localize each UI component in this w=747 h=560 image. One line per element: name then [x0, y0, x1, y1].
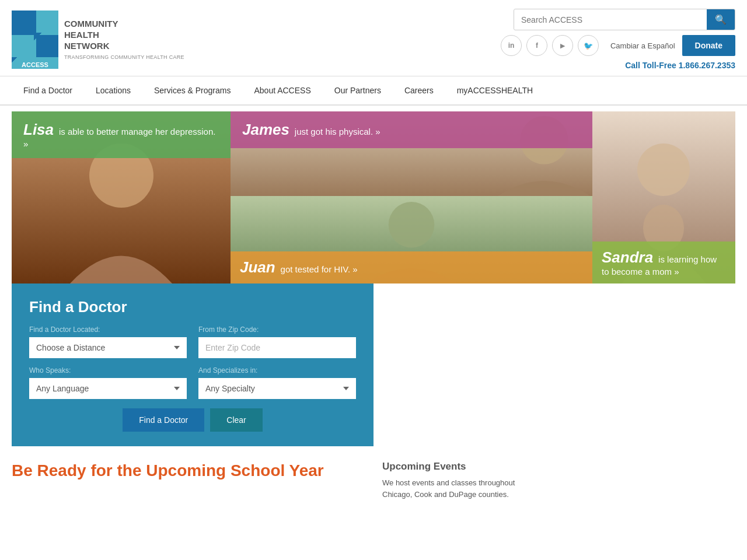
- navigation: Find a Doctor Locations Services & Progr…: [0, 76, 747, 106]
- svg-text:ACCESS: ACCESS: [22, 61, 48, 68]
- nav-myaccess[interactable]: myACCESSHEALTH: [445, 76, 544, 104]
- sandra-story: Sandra is learning how to become a mom »: [592, 111, 735, 284]
- zip-label: From the Zip Code:: [198, 326, 356, 334]
- specialty-select[interactable]: Any Specialty Family Medicine Internal M…: [198, 378, 356, 399]
- sandra-name: Sandra: [602, 249, 653, 266]
- logo-tagline: TRANSFORMING COMMUNITY HEALTH CARE: [64, 54, 184, 60]
- upcoming-title: Upcoming Events: [382, 461, 516, 473]
- hero-row: Lisa is able to better manage her depres…: [12, 111, 735, 284]
- bottom-row: Be Ready for the Upcoming School Year Up…: [12, 452, 735, 500]
- upcoming-text: We host events and classes throughout Ch…: [382, 477, 516, 500]
- nav-careers[interactable]: Careers: [393, 76, 445, 104]
- promo-section: Be Ready for the Upcoming School Year: [12, 452, 374, 500]
- logo-area: ACCESS COMMUNITY HEALTH NETWORK TRANSFOR…: [12, 10, 184, 69]
- speaks-label: Who Speaks:: [29, 366, 187, 374]
- clear-button[interactable]: Clear: [210, 408, 262, 432]
- lisa-name: Lisa: [23, 121, 54, 138]
- juan-desc: got tested for HIV. »: [281, 264, 358, 274]
- upcoming-events-side: [374, 284, 516, 292]
- svg-point-12: [637, 144, 690, 196]
- upcoming-events: Upcoming Events We host events and class…: [374, 452, 516, 500]
- james-overlay: James just got his physical. »: [231, 111, 592, 148]
- tollfree-text: Call Toll-Free 1.866.267.2353: [501, 61, 735, 70]
- zip-field: From the Zip Code:: [198, 326, 356, 358]
- find-doctor-title: Find a Doctor: [29, 298, 356, 316]
- distance-field: Find a Doctor Located: Choose a Distance…: [29, 326, 187, 358]
- language-field: Who Speaks: Any Language English Spanish…: [29, 366, 187, 399]
- nav-find-doctor[interactable]: Find a Doctor: [12, 76, 84, 104]
- specialty-field: And Specializes in: Any Specialty Family…: [198, 366, 356, 399]
- search-input[interactable]: [514, 10, 707, 29]
- header-right: 🔍 in f ▶ 🐦 Cambiar a Español Donate Call…: [501, 9, 735, 70]
- nav-about[interactable]: About ACCESS: [242, 76, 322, 104]
- nav-partners[interactable]: Our Partners: [323, 76, 393, 104]
- zip-input[interactable]: [198, 337, 356, 358]
- linkedin-icon[interactable]: in: [501, 35, 522, 56]
- svg-rect-3: [36, 35, 58, 57]
- cambiar-link[interactable]: Cambiar a Español: [610, 41, 675, 50]
- svg-rect-0: [12, 10, 34, 33]
- nav-services[interactable]: Services & Programs: [142, 76, 242, 104]
- youtube-icon[interactable]: ▶: [552, 35, 573, 56]
- logo-network-line1: COMMUNITY: [64, 19, 184, 30]
- search-input-box: 🔍: [514, 9, 735, 30]
- logo-network-line2: HEALTH: [64, 30, 184, 41]
- distance-select[interactable]: Choose a Distance Within 1 mile Within 5…: [29, 337, 187, 358]
- main-content: Lisa is able to better manage her depres…: [12, 111, 735, 500]
- promo-title: Be Ready for the Upcoming School Year: [12, 461, 374, 481]
- lisa-card[interactable]: Lisa is able to better manage her depres…: [12, 111, 231, 284]
- james-desc: just got his physical. »: [295, 127, 381, 136]
- svg-rect-2: [12, 35, 34, 57]
- sandra-overlay: Sandra is learning how to become a mom »: [592, 242, 735, 284]
- james-name: James: [242, 121, 289, 138]
- header: ACCESS COMMUNITY HEALTH NETWORK TRANSFOR…: [0, 0, 747, 76]
- find-doctor-row: Find a Doctor Find a Doctor Located: Cho…: [12, 284, 735, 446]
- logo-box: ACCESS: [12, 10, 58, 69]
- logo-text: COMMUNITY HEALTH NETWORK TRANSFORMING CO…: [64, 19, 184, 60]
- search-button[interactable]: 🔍: [707, 9, 735, 30]
- svg-point-10: [389, 202, 435, 248]
- find-doctor-button[interactable]: Find a Doctor: [123, 408, 204, 432]
- juan-card[interactable]: Juan got tested for HIV. »: [231, 196, 592, 284]
- sandra-card[interactable]: Sandra is learning how to become a mom »: [592, 111, 735, 284]
- nav-locations[interactable]: Locations: [84, 76, 142, 104]
- svg-rect-1: [36, 10, 58, 33]
- find-right-column: [374, 284, 516, 446]
- juan-name: Juan: [240, 258, 275, 276]
- james-card[interactable]: James just got his physical. »: [231, 111, 592, 196]
- middle-column: James just got his physical. »: [231, 111, 592, 284]
- donate-button[interactable]: Donate: [682, 35, 735, 56]
- twitter-icon[interactable]: 🐦: [578, 35, 599, 56]
- specializes-label: And Specializes in:: [198, 366, 356, 374]
- language-select[interactable]: Any Language English Spanish Polish Mand…: [29, 378, 187, 399]
- located-label: Find a Doctor Located:: [29, 326, 187, 334]
- lisa-overlay: Lisa is able to better manage her depres…: [12, 111, 231, 158]
- lisa-story: Lisa is able to better manage her depres…: [12, 111, 231, 284]
- search-row: 🔍: [514, 9, 735, 30]
- find-doctor-section: Find a Doctor Find a Doctor Located: Cho…: [12, 284, 374, 446]
- logo-network-line3: NETWORK: [64, 41, 184, 52]
- facebook-icon[interactable]: f: [526, 35, 547, 56]
- juan-overlay: Juan got tested for HIV. »: [231, 251, 592, 284]
